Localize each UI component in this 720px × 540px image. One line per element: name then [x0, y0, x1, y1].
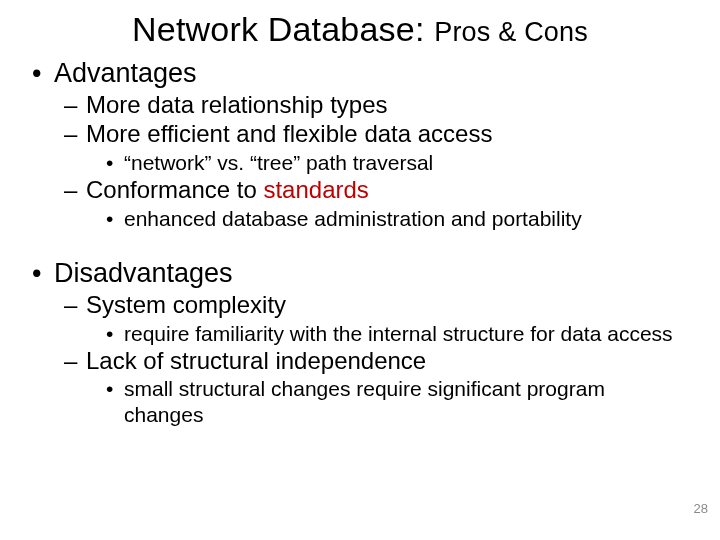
dis-item-1-sub: require familiarity with the internal st…	[30, 321, 678, 347]
dis-item-2: Lack of structural independence	[30, 347, 678, 375]
adv-item-3-sub: enhanced database administration and por…	[30, 206, 678, 232]
adv-item-3-emph: standards	[263, 176, 368, 203]
dis-item-1: System complexity	[30, 291, 678, 319]
section-gap	[30, 232, 678, 258]
dis-item-2-sub: small structural changes require signifi…	[30, 376, 678, 427]
title-sub: Pros & Cons	[434, 17, 588, 47]
adv-item-3-pre: Conformance to	[86, 176, 263, 203]
advantages-heading: Advantages	[30, 58, 678, 89]
adv-item-3: Conformance to standards	[30, 176, 678, 204]
adv-item-2-sub: “network” vs. “tree” path traversal	[30, 150, 678, 176]
adv-item-2: More efficient and flexible data access	[30, 120, 678, 148]
slide: Network Database: Pros & Cons Advantages…	[0, 0, 720, 540]
disadvantages-heading: Disadvantages	[30, 258, 678, 289]
slide-body: Advantages More data relationship types …	[30, 58, 678, 429]
page-number: 28	[694, 501, 708, 516]
slide-title: Network Database: Pros & Cons	[0, 10, 720, 49]
adv-item-1: More data relationship types	[30, 91, 678, 119]
title-main: Network Database:	[132, 10, 425, 48]
